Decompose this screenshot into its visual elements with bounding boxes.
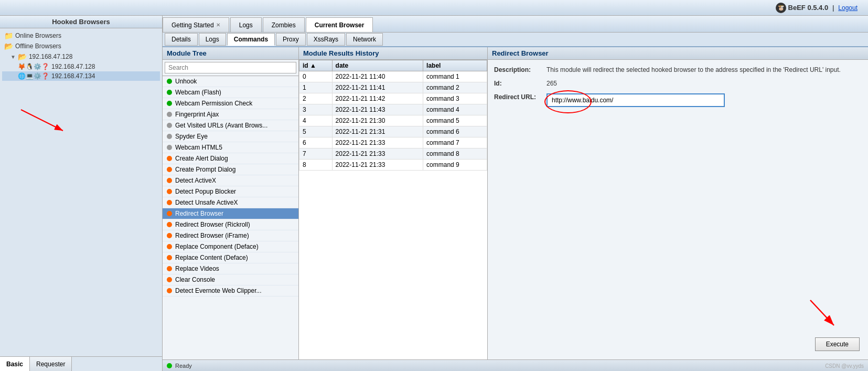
browser-128[interactable]: 🦊🐧⚙️❓ 192.168.47.128 [2, 62, 160, 71]
module-item-detect-evernote[interactable]: Detect Evernote Web Clipper... [163, 285, 298, 296]
id-row: Id: 265 [494, 80, 862, 87]
col-id[interactable]: id ▲ [299, 60, 333, 71]
module-item-create-alert[interactable]: Create Alert Dialog [163, 153, 298, 164]
description-row: Description: This module will redirect t… [494, 66, 862, 73]
module-dot-replace-component [167, 244, 172, 249]
module-item-redirect-iframe[interactable]: Redirect Browser (iFrame) [163, 230, 298, 241]
redirect-url-input[interactable] [546, 93, 725, 107]
module-dot-spyder-eye [167, 134, 172, 139]
subtab-details[interactable]: Details [165, 33, 198, 46]
table-row[interactable]: 12022-11-21 11:41command 2 [299, 82, 487, 93]
module-dot-webcam-permission [167, 101, 172, 106]
online-browsers-folder[interactable]: 📁 Online Browsers [2, 30, 160, 41]
results-tbody: 02022-11-21 11:40command 112022-11-21 11… [299, 71, 487, 171]
topbar: 🐮 BeEF 0.5.4.0 | Logout [0, 0, 868, 16]
detail-column: Redirect Browser Description: This modul… [488, 47, 868, 359]
module-dot-create-prompt [167, 167, 172, 172]
hooked-browsers-header: Hooked Browsers [0, 16, 162, 28]
module-item-spyder-eye[interactable]: Spyder Eye [163, 131, 298, 142]
table-row[interactable]: 62022-11-21 21:33command 7 [299, 137, 487, 149]
module-item-detect-activex[interactable]: Detect ActiveX [163, 175, 298, 186]
browser-134[interactable]: 🌐💻⚙️❓ 192.168.47.134 [2, 71, 160, 81]
module-label-detect-evernote: Detect Evernote Web Clipper... [175, 287, 262, 294]
col-date[interactable]: date [332, 60, 423, 71]
ip-128-folder[interactable]: ▼ 📂 192.168.47.128 [2, 51, 160, 62]
module-item-fingerprint-ajax[interactable]: Fingerprint Ajax [163, 109, 298, 120]
module-label-detect-activex: Detect ActiveX [175, 177, 216, 184]
left-bottom-tabs: Basic Requester [0, 356, 162, 371]
results-table-container: id ▲ date label 02022-11-21 11:40command… [299, 60, 487, 359]
module-item-redirect-browser[interactable]: Redirect Browser [163, 208, 298, 219]
browser-tree: 📁 Online Browsers 📂 Offline Browsers ▼ 📂… [0, 28, 162, 356]
table-row[interactable]: 22022-11-21 11:42command 3 [299, 93, 487, 104]
module-dot-replace-videos [167, 266, 172, 271]
module-item-detect-popup[interactable]: Detect Popup Blocker [163, 186, 298, 197]
module-label-redirect-browser: Redirect Browser [175, 210, 223, 217]
module-label-replace-component: Replace Component (Deface) [175, 243, 259, 250]
table-row[interactable]: 72022-11-21 21:33command 8 [299, 149, 487, 160]
module-label-get-visited-urls: Get Visited URLs (Avant Brows... [175, 122, 267, 129]
module-dot-unhook [167, 79, 172, 84]
svg-line-1 [21, 110, 63, 131]
module-tree-column: Module Tree UnhookWebcam (Flash)Webcam P… [163, 47, 299, 359]
requester-tab[interactable]: Requester [30, 357, 72, 371]
module-label-create-alert: Create Alert Dialog [175, 155, 228, 162]
module-item-unhook[interactable]: Unhook [163, 76, 298, 87]
module-item-replace-component[interactable]: Replace Component (Deface) [163, 241, 298, 252]
table-row[interactable]: 52022-11-21 21:31command 6 [299, 126, 487, 137]
id-value: 265 [546, 80, 862, 87]
module-item-webcam-permission[interactable]: Webcam Permission Check [163, 98, 298, 109]
col-label[interactable]: label [423, 60, 487, 71]
tab-logs[interactable]: Logs [230, 17, 262, 32]
table-row[interactable]: 42022-11-21 21:30command 5 [299, 115, 487, 126]
subtab-logs[interactable]: Logs [199, 33, 226, 46]
offline-browsers-folder[interactable]: 📂 Offline Browsers [2, 41, 160, 51]
tab-zombies[interactable]: Zombies [263, 17, 305, 32]
module-item-create-prompt[interactable]: Create Prompt Dialog [163, 164, 298, 175]
module-item-replace-videos[interactable]: Replace Videos [163, 263, 298, 274]
tab-getting-started[interactable]: Getting Started ✕ [163, 17, 229, 32]
module-label-fingerprint-ajax: Fingerprint Ajax [175, 111, 219, 118]
module-list: UnhookWebcam (Flash)Webcam Permission Ch… [163, 76, 298, 359]
module-dot-create-alert [167, 156, 172, 161]
module-dot-redirect-rickroll [167, 222, 172, 227]
status-dot [167, 363, 172, 368]
content-area: Module Tree UnhookWebcam (Flash)Webcam P… [163, 47, 868, 359]
description-label: Description: [494, 66, 546, 73]
module-label-redirect-iframe: Redirect Browser (iFrame) [175, 232, 249, 239]
close-getting-started-icon[interactable]: ✕ [216, 22, 220, 28]
module-item-webcam-flash[interactable]: Webcam (Flash) [163, 87, 298, 98]
table-row[interactable]: 32022-11-21 11:43command 4 [299, 104, 487, 115]
module-item-clear-console[interactable]: Clear Console [163, 274, 298, 285]
table-row[interactable]: 82022-11-21 21:33command 9 [299, 160, 487, 171]
module-dot-detect-activex [167, 178, 172, 183]
subtab-commands[interactable]: Commands [227, 33, 275, 46]
beef-logo: 🐮 BeEF 0.5.4.0 [776, 3, 829, 13]
module-item-redirect-rickroll[interactable]: Redirect Browser (Rickroll) [163, 219, 298, 230]
left-panel: Hooked Browsers 📁 Online Browsers 📂 Offl… [0, 16, 163, 371]
subtab-proxy[interactable]: Proxy [276, 33, 306, 46]
module-item-webcam-html5[interactable]: Webcam HTML5 [163, 142, 298, 153]
arrow-svg [16, 104, 79, 136]
tab-current-browser[interactable]: Current Browser [306, 17, 373, 32]
subtab-network[interactable]: Network [346, 33, 383, 46]
execute-button[interactable]: Execute [815, 337, 860, 351]
status-text: Ready [175, 363, 192, 369]
status-bar: Ready [163, 359, 868, 371]
module-search-container [163, 60, 298, 76]
search-input[interactable] [165, 62, 296, 73]
subtab-xssrays[interactable]: XssRays [307, 33, 345, 46]
browser-icons-128: 🦊🐧⚙️❓ [18, 63, 49, 70]
watermark: CSDN @vv.yyds [825, 363, 864, 369]
module-item-replace-content[interactable]: Replace Content (Deface) [163, 252, 298, 263]
module-dot-get-visited-urls [167, 123, 172, 128]
table-row[interactable]: 02022-11-21 11:40command 1 [299, 71, 487, 82]
main-layout: Hooked Browsers 📁 Online Browsers 📂 Offl… [0, 16, 868, 371]
module-item-get-visited-urls[interactable]: Get Visited URLs (Avant Brows... [163, 120, 298, 131]
module-label-unhook: Unhook [175, 78, 197, 85]
module-dot-redirect-browser [167, 211, 172, 216]
logout-link[interactable]: Logout [838, 4, 858, 12]
module-item-detect-unsafe-activex[interactable]: Detect Unsafe ActiveX [163, 197, 298, 208]
basic-tab[interactable]: Basic [0, 357, 30, 371]
id-label: Id: [494, 80, 546, 87]
